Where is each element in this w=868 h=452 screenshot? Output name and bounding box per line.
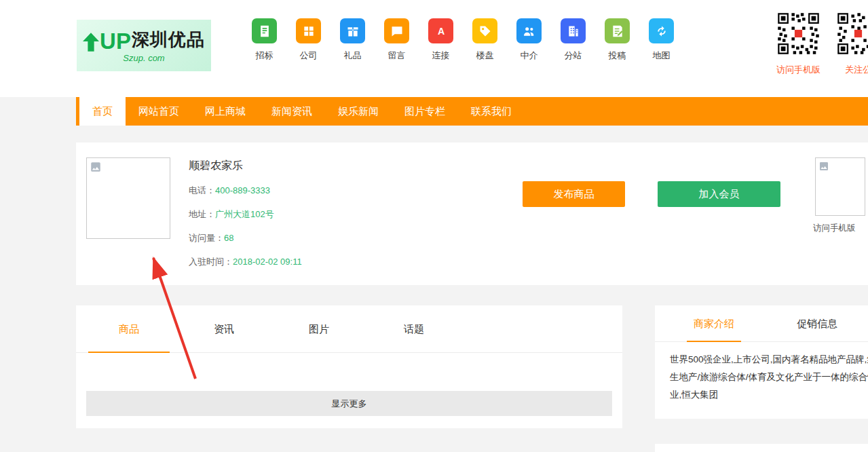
content-tab-row: 商品 资讯 图片 话题 [76, 305, 622, 353]
icon-nav-label: 中介 [521, 50, 538, 62]
nav-item-mall[interactable]: 网上商城 [192, 97, 259, 126]
qr-wechat: 关注公 [836, 12, 868, 76]
tab-promotions[interactable]: 促销信息 [797, 305, 837, 341]
up-arrow-icon [83, 33, 99, 52]
logo-text: UP 深圳优品 [83, 28, 205, 52]
merchant-content-card: 商品 资讯 图片 话题 显示更多 [76, 305, 622, 428]
icon-nav-message[interactable]: 留言 [375, 18, 419, 62]
icon-nav-label: 分站 [565, 50, 582, 62]
profile-field-visits: 访问量：68 [189, 232, 233, 244]
merchant-intro-text: 世界500强企业,上市公司,国内著名精品地产品牌,集民生地产/旅游综合体/体育及… [655, 342, 868, 404]
next-panel-edge [655, 444, 868, 452]
document-icon [252, 18, 277, 43]
icon-nav-links[interactable]: A 连接 [419, 18, 463, 62]
field-label: 地址： [189, 209, 215, 219]
qr-mobile-label: 访问手机版 [776, 64, 820, 76]
broken-image-icon [90, 161, 102, 173]
profile-field-phone: 电话：400-889-3333 [189, 185, 270, 197]
tab-topics[interactable]: 话题 [366, 305, 461, 352]
field-value: 400-889-3333 [215, 185, 270, 195]
tab-merchant-intro[interactable]: 商家介绍 [694, 305, 734, 341]
qr-wechat-label: 关注公 [836, 64, 868, 76]
publish-product-button[interactable]: 发布商品 [523, 181, 625, 207]
nav-item-site-home[interactable]: 网站首页 [126, 97, 192, 126]
logo-up-text: UP [100, 31, 131, 52]
nav-item-contact[interactable]: 联系我们 [458, 97, 525, 126]
broken-image-icon [818, 161, 829, 172]
tag-icon [472, 18, 497, 43]
icon-nav-label: 地图 [653, 50, 671, 62]
nav-item-entertainment[interactable]: 娱乐新闻 [325, 97, 392, 126]
icon-nav-label: 留言 [388, 50, 406, 62]
site-header: UP 深圳优品 Szup. com 招标 公司 礼品 [0, 0, 868, 97]
page: { "header": { "logo": { "up": "UP", "nam… [0, 0, 868, 452]
icon-nav-label: 楼盘 [476, 50, 494, 62]
logo-brand-text: 深圳优品 [132, 28, 205, 52]
svg-text:A: A [437, 25, 444, 36]
field-label: 电话： [189, 185, 215, 195]
icon-nav-submit[interactable]: 投稿 [595, 18, 639, 62]
nav-item-news[interactable]: 新闻资讯 [259, 97, 325, 126]
field-value: 68 [224, 233, 233, 243]
icon-nav-map[interactable]: 地图 [639, 18, 683, 62]
tab-pictures[interactable]: 图片 [271, 305, 366, 352]
merchant-intro-panel: 商家介绍 促销信息 世界500强企业,上市公司,国内著名精品地产品牌,集民生地产… [655, 305, 868, 419]
logo-domain-text: Szup. com [123, 53, 164, 63]
nav-item-home[interactable]: 首页 [79, 97, 126, 126]
tab-products[interactable]: 商品 [81, 305, 176, 352]
icon-nav-label: 招标 [256, 50, 273, 62]
intro-tab-row: 商家介绍 促销信息 [655, 305, 868, 342]
sync-icon [649, 18, 674, 43]
building-icon [561, 18, 586, 43]
field-value: 广州大道102号 [215, 209, 274, 219]
merchant-photo-placeholder [86, 157, 170, 239]
site-logo[interactable]: UP 深圳优品 Szup. com [77, 20, 211, 71]
show-more-button[interactable]: 显示更多 [86, 391, 612, 416]
merchant-profile-card: 顺碧农家乐 电话：400-889-3333 地址：广州大道102号 访问量：68… [76, 143, 868, 285]
icon-nav-property[interactable]: 楼盘 [463, 18, 507, 62]
chat-icon [384, 18, 409, 43]
edit-doc-icon [605, 18, 630, 43]
icon-nav-label: 公司 [300, 50, 318, 62]
nav-item-pictures[interactable]: 图片专栏 [392, 97, 458, 126]
icon-nav-label: 礼品 [344, 50, 362, 62]
profile-field-address: 地址：广州大道102号 [189, 208, 274, 221]
icon-nav-company[interactable]: 公司 [286, 18, 331, 62]
field-label: 访问量： [189, 233, 224, 243]
qr-code-icon [836, 12, 868, 56]
gift-icon [340, 18, 365, 43]
profile-field-join-date: 入驻时间：2018-02-02 09:11 [189, 256, 302, 268]
tab-news[interactable]: 资讯 [176, 305, 271, 352]
icon-nav-gift[interactable]: 礼品 [331, 18, 375, 62]
main-navbar: 首页 网站首页 网上商城 新闻资讯 娱乐新闻 图片专栏 联系我们 [76, 97, 868, 126]
merchant-name: 顺碧农家乐 [189, 159, 243, 173]
icon-nav-tender[interactable]: 招标 [242, 18, 286, 62]
mobile-qr-placeholder [815, 157, 865, 216]
qr-mobile: 访问手机版 [776, 12, 820, 76]
mobile-visit-caption: 访问手机版 [813, 223, 856, 234]
grid-icon [296, 18, 321, 43]
link-a-icon: A [428, 18, 453, 43]
field-label: 入驻时间： [189, 257, 233, 267]
qr-code-icon [776, 12, 820, 56]
icon-nav-label: 连接 [432, 50, 450, 62]
people-icon [516, 18, 542, 43]
join-member-button[interactable]: 加入会员 [658, 181, 780, 207]
icon-nav-agent[interactable]: 中介 [507, 18, 551, 62]
icon-nav-substation[interactable]: 分站 [551, 18, 595, 62]
field-value: 2018-02-02 09:11 [233, 257, 302, 267]
quick-icon-nav: 招标 公司 礼品 留言 A 连接 [242, 18, 683, 62]
icon-nav-label: 投稿 [609, 50, 626, 62]
